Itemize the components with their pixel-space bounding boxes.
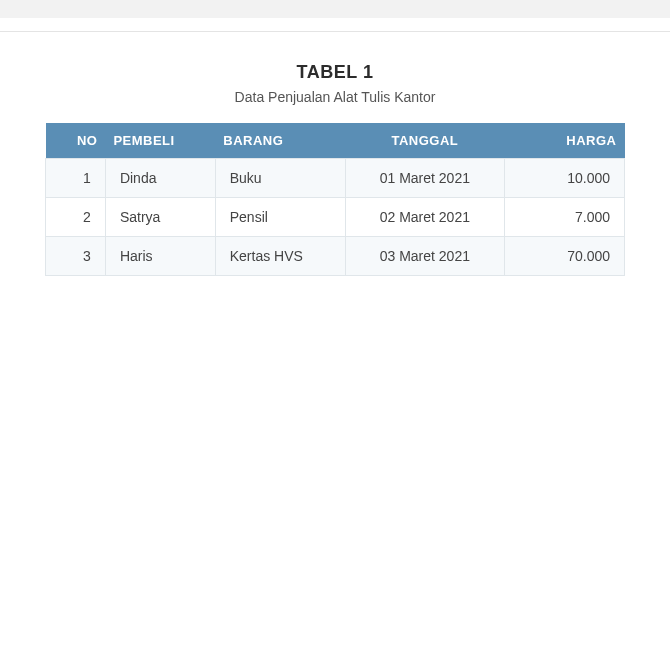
table-row: 2 Satrya Pensil 02 Maret 2021 7.000 <box>46 198 625 237</box>
page-subtitle: Data Penjualan Alat Tulis Kantor <box>40 89 630 105</box>
cell-tanggal: 02 Maret 2021 <box>345 198 505 237</box>
cell-tanggal: 03 Maret 2021 <box>345 237 505 276</box>
col-header-harga: HARGA <box>505 123 625 159</box>
cell-barang: Buku <box>215 159 345 198</box>
cell-harga: 7.000 <box>505 198 625 237</box>
cell-harga: 70.000 <box>505 237 625 276</box>
cell-harga: 10.000 <box>505 159 625 198</box>
content-container: TABEL 1 Data Penjualan Alat Tulis Kantor… <box>0 32 670 306</box>
cell-barang: Pensil <box>215 198 345 237</box>
col-header-barang: BARANG <box>215 123 345 159</box>
cell-no: 1 <box>46 159 106 198</box>
sales-table: NO PEMBELI BARANG TANGGAL HARGA 1 Dinda … <box>45 123 625 276</box>
top-bar <box>0 0 670 18</box>
cell-pembeli: Dinda <box>105 159 215 198</box>
table-row: 1 Dinda Buku 01 Maret 2021 10.000 <box>46 159 625 198</box>
cell-tanggal: 01 Maret 2021 <box>345 159 505 198</box>
table-header-row: NO PEMBELI BARANG TANGGAL HARGA <box>46 123 625 159</box>
cell-no: 2 <box>46 198 106 237</box>
page-title: TABEL 1 <box>40 62 630 83</box>
cell-pembeli: Haris <box>105 237 215 276</box>
col-header-pembeli: PEMBELI <box>105 123 215 159</box>
cell-no: 3 <box>46 237 106 276</box>
table-row: 3 Haris Kertas HVS 03 Maret 2021 70.000 <box>46 237 625 276</box>
divider <box>0 24 670 32</box>
col-header-no: NO <box>46 123 106 159</box>
cell-pembeli: Satrya <box>105 198 215 237</box>
col-header-tanggal: TANGGAL <box>345 123 505 159</box>
cell-barang: Kertas HVS <box>215 237 345 276</box>
